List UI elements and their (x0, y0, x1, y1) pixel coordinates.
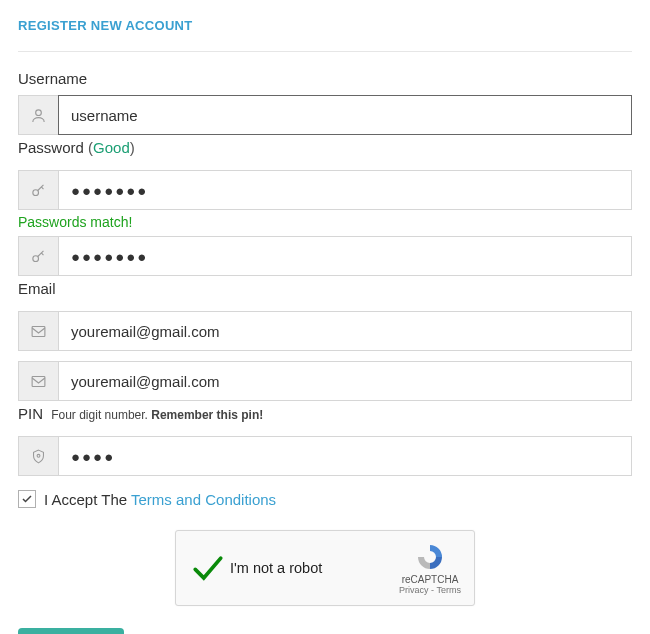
shield-icon (18, 436, 58, 476)
pin-label-row: PIN Four digit number. Remember this pin… (18, 405, 632, 422)
email-group (18, 311, 632, 351)
email-confirm-group (18, 361, 632, 401)
pin-hint: Four digit number. (51, 408, 148, 422)
mail-icon (18, 361, 58, 401)
pin-label: PIN (18, 405, 43, 422)
recaptcha-logo-icon (415, 542, 445, 572)
svg-point-2 (33, 255, 39, 261)
recaptcha-brand-name: reCAPTCHA (398, 574, 462, 585)
mail-icon (18, 311, 58, 351)
svg-point-1 (33, 189, 39, 195)
terms-link[interactable]: Terms and Conditions (131, 491, 276, 508)
svg-point-5 (37, 454, 40, 457)
key-icon (18, 236, 58, 276)
password-confirm-input[interactable] (58, 236, 632, 276)
user-icon (18, 95, 58, 135)
password-input[interactable] (58, 170, 632, 210)
register-button[interactable]: REGISTER (18, 628, 124, 634)
password-strength-close: ) (130, 139, 135, 156)
password-match-text: Passwords match! (18, 214, 632, 230)
recaptcha-label: I'm not a robot (226, 560, 398, 576)
terms-prefix: I Accept The (44, 491, 131, 508)
pin-input[interactable] (58, 436, 632, 476)
recaptcha-privacy-link[interactable]: Privacy (399, 585, 429, 595)
terms-row: I Accept The Terms and Conditions (18, 490, 632, 508)
password-label: Password (18, 139, 84, 156)
divider (18, 51, 632, 52)
pin-hint-strong: Remember this pin! (151, 408, 263, 422)
check-icon (190, 550, 226, 586)
svg-point-0 (36, 109, 42, 115)
password-confirm-group (18, 236, 632, 276)
svg-rect-3 (32, 326, 45, 336)
recaptcha-brand: reCAPTCHA Privacy - Terms (398, 542, 462, 595)
terms-checkbox[interactable] (18, 490, 36, 508)
password-label-row: Password (Good) (18, 139, 632, 156)
password-group (18, 170, 632, 210)
pin-group (18, 436, 632, 476)
username-input[interactable] (58, 95, 632, 135)
username-group (18, 95, 632, 135)
svg-rect-4 (32, 376, 45, 386)
email-label: Email (18, 280, 632, 297)
password-strength: Good (93, 139, 130, 156)
email-input[interactable] (58, 311, 632, 351)
recaptcha-terms-link[interactable]: Terms (436, 585, 461, 595)
username-label: Username (18, 70, 632, 87)
key-icon (18, 170, 58, 210)
email-confirm-input[interactable] (58, 361, 632, 401)
page-title: REGISTER NEW ACCOUNT (18, 18, 632, 33)
recaptcha-widget[interactable]: I'm not a robot reCAPTCHA Privacy - Term… (175, 530, 475, 606)
